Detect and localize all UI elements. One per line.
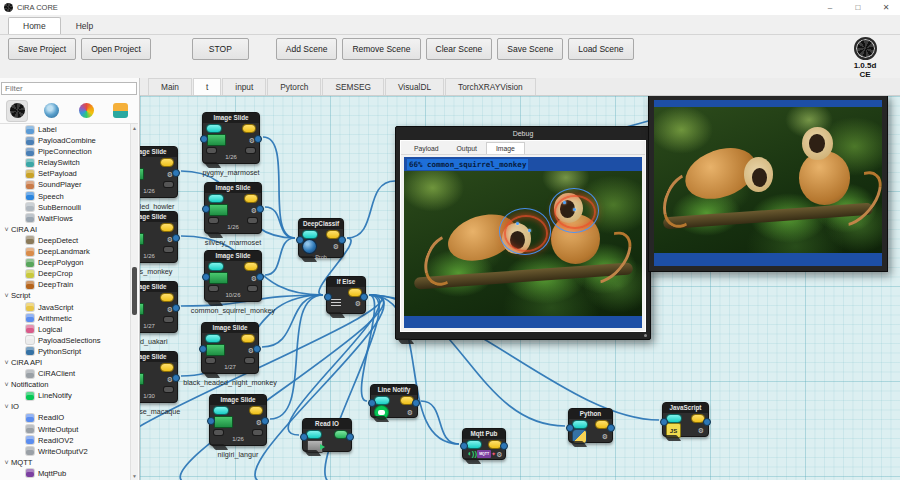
node-b2[interactable]: Image Slide ⚙ 1/26	[204, 182, 262, 234]
input-port[interactable]	[202, 273, 210, 281]
input-port[interactable]	[300, 433, 308, 441]
output-port[interactable]	[346, 433, 354, 441]
cyan-indicator[interactable]	[209, 195, 223, 202]
tree-item-pipeconnection[interactable]: PipeConnection	[0, 146, 132, 157]
gear-icon[interactable]: ⚙	[698, 427, 704, 434]
tree-group-mqtt[interactable]: ˅MQTT	[0, 457, 132, 468]
node-ifelse[interactable]: If Else ⚙	[326, 276, 366, 314]
next-button[interactable]	[248, 218, 257, 223]
cyan-indicator[interactable]	[667, 415, 681, 422]
toolbar-button-stop[interactable]: STOP	[192, 38, 249, 60]
input-port[interactable]	[199, 345, 207, 353]
input-port[interactable]	[566, 424, 574, 432]
cyan-indicator[interactable]	[307, 431, 321, 438]
cyan-indicator[interactable]	[214, 407, 228, 414]
debug-window-titlebar[interactable]: Debug	[396, 127, 650, 140]
yellow-indicator[interactable]	[161, 224, 173, 231]
output-port[interactable]	[254, 135, 262, 143]
next-button[interactable]	[164, 317, 173, 322]
next-button[interactable]	[248, 286, 257, 291]
cyan-indicator[interactable]	[209, 263, 223, 270]
yellow-indicator[interactable]	[245, 263, 257, 270]
prev-button[interactable]	[207, 148, 216, 153]
next-button[interactable]	[164, 247, 173, 252]
palette-tab-packages[interactable]	[111, 101, 131, 121]
toolbar-button-load-scene[interactable]: Load Scene	[568, 38, 633, 60]
prev-button[interactable]	[209, 286, 218, 291]
yellow-indicator[interactable]	[245, 195, 257, 202]
close-button[interactable]: ✕	[872, 0, 900, 15]
yellow-indicator[interactable]	[161, 294, 173, 301]
scene-tab-input[interactable]: input	[222, 78, 266, 95]
tree-item-deepcrop[interactable]: DeepCrop	[0, 268, 132, 279]
scene-tab-t[interactable]: t	[193, 78, 221, 95]
next-button[interactable]	[245, 358, 254, 363]
node-l4[interactable]: Image Slide ⚙ 1/30	[140, 351, 178, 403]
output-port[interactable]	[256, 273, 264, 281]
gear-icon[interactable]: ⚙	[407, 409, 413, 416]
output-port[interactable]	[703, 418, 711, 426]
output-port[interactable]	[412, 399, 420, 407]
tree-group-script[interactable]: ˅Script	[0, 290, 132, 301]
next-button[interactable]	[253, 430, 262, 435]
node-mqttpub[interactable]: Mqtt Pub ◖)) MQTT ✦⚙	[462, 428, 506, 460]
tree-item-soundplayer[interactable]: SoundPlayer	[0, 179, 132, 190]
tree-item-writeoutputv2[interactable]: WriteOutputV2	[0, 446, 132, 457]
debug-tab-payload[interactable]: Payload	[405, 143, 448, 154]
scene-tab-visualdl[interactable]: VisualDL	[385, 78, 444, 95]
tree-item-pythonscript[interactable]: PythonScript	[0, 346, 132, 357]
tree-item-payloadselections[interactable]: PayloadSelections	[0, 335, 132, 346]
resize-grip[interactable]	[644, 334, 647, 337]
node-readio[interactable]: Read IO	[302, 418, 352, 452]
input-port[interactable]	[296, 236, 304, 244]
output-port[interactable]	[338, 236, 346, 244]
toolbar-button-add-scene[interactable]: Add Scene	[276, 38, 338, 60]
yellow-indicator[interactable]	[243, 125, 255, 132]
output-port[interactable]	[256, 205, 264, 213]
toolbar-button-remove-scene[interactable]: Remove Scene	[342, 38, 420, 60]
tree-item-payloadcombine[interactable]: PayloadCombine	[0, 135, 132, 146]
yellow-indicator[interactable]	[161, 159, 173, 166]
tree-item-writeoutput[interactable]: WriteOutput	[0, 424, 132, 435]
output-port[interactable]	[253, 345, 261, 353]
next-button[interactable]	[246, 148, 255, 153]
output-port[interactable]	[360, 293, 368, 301]
input-port[interactable]	[460, 442, 468, 450]
toolbar-button-save-scene[interactable]: Save Scene	[497, 38, 563, 60]
tree-group-cira api[interactable]: ˅CiRA API	[0, 357, 132, 368]
node-javascript[interactable]: JavaScript JS⚙	[662, 402, 709, 437]
prev-button[interactable]	[209, 218, 218, 223]
toolbar-button-save-project[interactable]: Save Project	[8, 38, 76, 60]
yellow-indicator[interactable]	[327, 231, 339, 238]
tree-item-logical[interactable]: Logical	[0, 324, 132, 335]
input-port[interactable]	[202, 205, 210, 213]
menu-tab-home[interactable]: Home	[8, 17, 61, 34]
sidebar-scrollbar[interactable]: ▲ ▼	[130, 124, 138, 480]
output-port[interactable]	[500, 442, 508, 450]
palette-tab-plugins[interactable]	[76, 101, 96, 121]
tree-item-linenotify[interactable]: LineNotify	[0, 390, 132, 401]
tree-item-deepdetect[interactable]: DeepDetect	[0, 235, 132, 246]
tree-item-setpayload[interactable]: SetPayload	[0, 168, 132, 179]
tree-group-notification[interactable]: ˅Notification	[0, 379, 132, 390]
output-port[interactable]	[261, 417, 269, 425]
node-b1[interactable]: Image Slide ⚙ 1/26	[202, 112, 260, 164]
prev-button[interactable]	[214, 430, 223, 435]
tree-item-ciraclient[interactable]: CiRAClient	[0, 368, 132, 379]
toolbar-button-clear-scene[interactable]: Clear Scene	[426, 38, 493, 60]
tree-item-mqttpub[interactable]: MqttPub	[0, 468, 132, 479]
gear-icon[interactable]: ⚙	[602, 433, 608, 440]
input-port[interactable]	[368, 399, 376, 407]
menu-tab-help[interactable]: Help	[61, 17, 108, 34]
scroll-down-icon[interactable]: ▼	[131, 472, 138, 480]
scene-tab-pytorch[interactable]: Pytorch	[267, 78, 321, 95]
tree-item-relayswitch[interactable]: RelaySwitch	[0, 157, 132, 168]
input-port[interactable]	[660, 418, 668, 426]
yellow-indicator[interactable]	[161, 364, 173, 371]
input-port[interactable]	[324, 293, 332, 301]
cyan-indicator[interactable]	[467, 441, 481, 448]
next-button[interactable]	[164, 182, 173, 187]
debug-tab-output[interactable]: Output	[448, 143, 486, 154]
node-deepclassif[interactable]: DeepClassif ⚙ Prob	[298, 218, 344, 258]
cyan-indicator[interactable]	[573, 421, 587, 428]
